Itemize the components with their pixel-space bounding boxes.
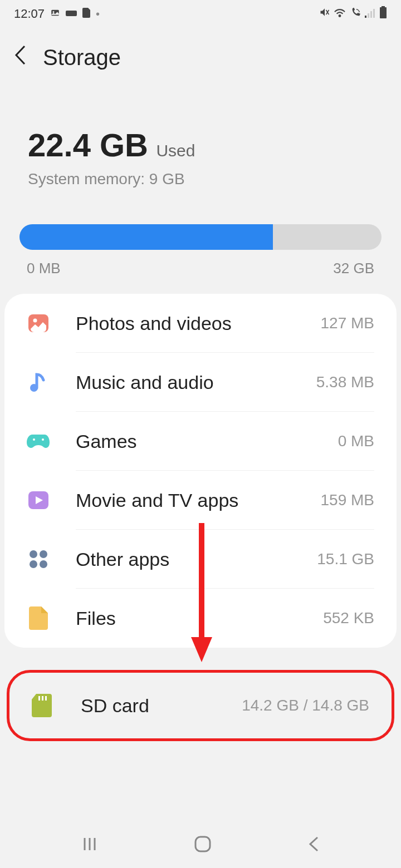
games-icon — [27, 430, 50, 453]
movie-icon — [27, 489, 50, 512]
dot-icon: • — [96, 8, 100, 21]
storage-summary: 22.4 GB Used System memory: 9 GB — [0, 93, 401, 205]
svg-rect-24 — [45, 696, 47, 701]
category-value: 5.38 MB — [316, 373, 374, 391]
category-games[interactable]: Games 0 MB — [4, 412, 397, 471]
sd-card-icon — [32, 694, 55, 717]
svg-rect-29 — [195, 837, 210, 851]
svg-rect-8 — [370, 11, 372, 18]
progress-max: 32 GB — [333, 260, 374, 277]
status-left: 12:07 • — [14, 7, 100, 21]
category-label: Photos and videos — [76, 313, 321, 334]
category-list: Photos and videos 127 MB Music and audio… — [4, 294, 397, 648]
category-music[interactable]: Music and audio 5.38 MB — [4, 353, 397, 412]
category-label: Files — [76, 608, 323, 629]
signal-icon — [365, 7, 376, 21]
category-other-apps[interactable]: Other apps 15.1 GB — [4, 530, 397, 589]
used-amount: 22.4 GB — [28, 127, 148, 163]
files-icon — [27, 606, 50, 630]
image-icon — [50, 8, 60, 21]
progress-min: 0 MB — [27, 260, 61, 277]
category-value: 159 MB — [321, 491, 375, 509]
wifi-icon — [334, 7, 346, 21]
back-nav-button[interactable] — [307, 836, 320, 856]
battery-icon — [379, 6, 387, 22]
category-files[interactable]: Files 552 KB — [4, 589, 397, 648]
category-value: 552 KB — [323, 609, 374, 627]
category-value: 15.1 GB — [317, 550, 374, 568]
progress-fill — [19, 224, 273, 250]
svg-rect-6 — [365, 16, 366, 18]
svg-point-20 — [30, 560, 37, 568]
storage-progress-bar — [19, 224, 382, 250]
svg-point-21 — [40, 560, 47, 568]
category-photos[interactable]: Photos and videos 127 MB — [4, 294, 397, 353]
svg-point-15 — [33, 438, 35, 441]
category-movie[interactable]: Movie and TV apps 159 MB — [4, 471, 397, 530]
svg-point-13 — [33, 319, 37, 323]
svg-rect-22 — [38, 696, 40, 701]
photos-icon — [27, 312, 50, 335]
used-label: Used — [156, 141, 195, 160]
sd-card-row[interactable]: SD card 14.2 GB / 14.8 GB — [7, 670, 394, 741]
sd-status-icon — [82, 8, 90, 21]
other-apps-icon — [27, 548, 50, 571]
status-right — [319, 6, 387, 22]
back-button[interactable] — [14, 45, 26, 71]
category-label: Music and audio — [76, 372, 316, 393]
svg-rect-7 — [368, 13, 369, 18]
page-header: Storage — [0, 28, 401, 93]
svg-point-19 — [40, 550, 47, 558]
category-value: 0 MB — [338, 432, 374, 450]
svg-rect-9 — [373, 9, 375, 18]
svg-rect-2 — [66, 11, 77, 16]
mute-icon — [319, 7, 330, 21]
svg-point-1 — [53, 11, 55, 13]
page-title: Storage — [43, 45, 121, 70]
clock-text: 12:07 — [14, 7, 45, 21]
svg-rect-23 — [42, 696, 43, 701]
music-icon — [27, 371, 50, 394]
svg-point-18 — [30, 550, 37, 558]
sd-card-value: 14.2 GB / 14.8 GB — [242, 697, 369, 714]
vpn-icon — [66, 8, 77, 20]
nav-bar — [0, 823, 401, 868]
progress-labels: 0 MB 32 GB — [0, 260, 401, 294]
recent-apps-button[interactable] — [81, 836, 98, 856]
system-memory-text: System memory: 9 GB — [28, 170, 373, 188]
category-label: Games — [76, 431, 338, 452]
svg-point-5 — [339, 15, 341, 17]
svg-point-16 — [42, 438, 44, 441]
status-bar: 12:07 • — [0, 0, 401, 28]
svg-rect-10 — [382, 6, 385, 7]
svg-rect-11 — [380, 7, 387, 18]
sd-card-label: SD card — [81, 695, 242, 717]
category-label: Other apps — [76, 549, 317, 570]
category-value: 127 MB — [321, 314, 375, 332]
home-button[interactable] — [193, 835, 212, 857]
category-label: Movie and TV apps — [76, 490, 321, 511]
wifi-calling-icon — [349, 7, 361, 21]
